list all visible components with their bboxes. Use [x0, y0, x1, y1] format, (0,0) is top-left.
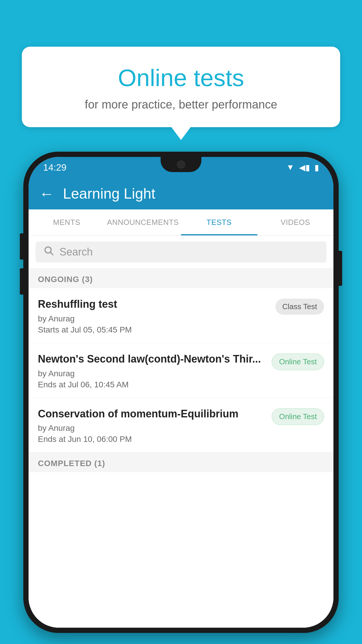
phone-notch: [161, 157, 201, 172]
tab-announcements[interactable]: ANNOUNCEMENTS: [105, 209, 181, 235]
test-date-2: Ends at Jul 06, 10:45 AM: [38, 380, 266, 389]
speech-bubble: Online tests for more practice, better p…: [22, 47, 340, 127]
content-area: Search ONGOING (3) Reshuffling test by A…: [29, 236, 333, 628]
completed-section-header: COMPLETED (1): [29, 452, 333, 472]
search-icon: [44, 246, 54, 259]
search-input[interactable]: Search: [36, 242, 326, 262]
test-info-3: Conservation of momentum-Equilibrium by …: [38, 407, 266, 444]
status-icons: ▼ ◀▮ ▮: [286, 163, 319, 172]
tab-tests[interactable]: TESTS: [181, 209, 257, 235]
test-author-2: by Anurag: [38, 369, 266, 378]
phone-button-power: [339, 251, 342, 286]
svg-line-1: [50, 252, 53, 255]
app-bar: ← Learning Light: [29, 178, 333, 209]
tab-ments[interactable]: MENTS: [29, 209, 105, 235]
test-item-2[interactable]: Newton's Second law(contd)-Newton's Thir…: [29, 343, 333, 398]
wifi-icon: ▼: [286, 163, 294, 172]
tab-videos[interactable]: VIDEOS: [257, 209, 334, 235]
phone-button-vol-down: [20, 268, 23, 295]
search-placeholder-text: Search: [59, 246, 93, 258]
ongoing-section-header: ONGOING (3): [29, 268, 333, 288]
test-badge-2: Online Test: [272, 354, 324, 370]
back-button[interactable]: ←: [39, 185, 54, 202]
phone-button-vol-up: [20, 233, 23, 260]
app-title: Learning Light: [63, 185, 155, 202]
test-author-3: by Anurag: [38, 424, 266, 433]
test-badge-3: Online Test: [272, 408, 324, 425]
phone-screen: 14:29 ▼ ◀▮ ▮ ← Learning Light MENTS ANNO…: [29, 157, 333, 628]
phone-outer: 14:29 ▼ ◀▮ ▮ ← Learning Light MENTS ANNO…: [23, 152, 339, 633]
search-container: Search: [29, 236, 333, 268]
tabs-bar: MENTS ANNOUNCEMENTS TESTS VIDEOS: [29, 209, 333, 236]
phone-frame: 14:29 ▼ ◀▮ ▮ ← Learning Light MENTS ANNO…: [23, 152, 339, 644]
test-date-1: Starts at Jul 05, 05:45 PM: [38, 325, 270, 335]
hero-subtitle: for more practice, better performance: [34, 98, 328, 111]
test-info-1: Reshuffling test by Anurag Starts at Jul…: [38, 298, 270, 335]
test-name-2: Newton's Second law(contd)-Newton's Thir…: [38, 352, 266, 366]
test-list: Reshuffling test by Anurag Starts at Jul…: [29, 288, 333, 628]
test-author-1: by Anurag: [38, 314, 270, 323]
test-item-1[interactable]: Reshuffling test by Anurag Starts at Jul…: [29, 288, 333, 343]
test-date-3: Ends at Jun 10, 06:00 PM: [38, 435, 266, 444]
signal-icon: ◀▮: [299, 163, 310, 172]
test-name-3: Conservation of momentum-Equilibrium: [38, 407, 266, 421]
hero-title: Online tests: [34, 64, 328, 92]
test-item-3[interactable]: Conservation of momentum-Equilibrium by …: [29, 398, 333, 453]
test-info-2: Newton's Second law(contd)-Newton's Thir…: [38, 352, 266, 389]
phone-camera: [177, 160, 185, 169]
battery-icon: ▮: [314, 163, 319, 172]
test-badge-1: Class Test: [275, 299, 324, 315]
test-name-1: Reshuffling test: [38, 298, 270, 311]
